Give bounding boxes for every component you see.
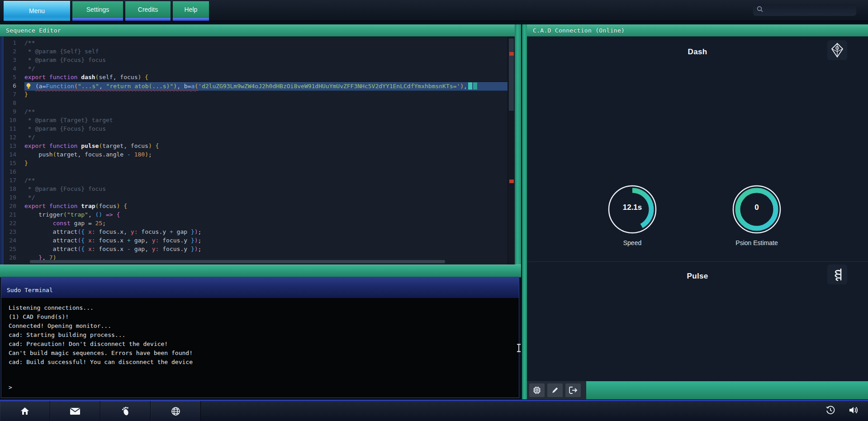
terminal-prompt[interactable]: > — [9, 383, 512, 392]
error-marker[interactable] — [509, 52, 514, 56]
sequence-editor-titlebar[interactable]: Sequence Editor — [0, 24, 521, 37]
code-line[interactable]: 24 attract({ x: focus.x + gap, y: focus.… — [4, 237, 508, 246]
code-line[interactable]: 11 * @param {Focus} focus — [4, 125, 508, 134]
terminal-titlebar[interactable]: Sudo Terminal — [1, 277, 519, 298]
terminal-line: Connected! Opening monitor... — [9, 322, 512, 331]
terminal-title: Sudo Terminal — [7, 287, 53, 293]
lightbulb-icon[interactable] — [25, 83, 33, 91]
code-line[interactable]: 7} — [4, 91, 508, 99]
code-line[interactable]: 25 attract({ x: focus.x - gap, y: focus.… — [4, 246, 508, 254]
terminal-line: cad: Precaution! Don't disconnect the de… — [9, 340, 512, 349]
home-icon[interactable] — [0, 401, 50, 421]
line-number: 15 — [4, 160, 24, 168]
psion-label: Psion Estimate — [730, 239, 784, 246]
window-sudo-terminal: Sudo Terminal Listening connections...(1… — [1, 277, 519, 398]
code-line[interactable]: 5export function dash(self, focus) { — [4, 74, 508, 82]
terminal-line: (1) CAD Found(s)! — [9, 312, 512, 322]
line-number: 7 — [4, 91, 24, 99]
code-line[interactable]: 20export function trap(focus) { — [4, 203, 508, 211]
speed-gauge: 12.1s Speed — [605, 182, 659, 246]
terminal-output[interactable]: Listening connections...(1) CAD Found(s)… — [1, 298, 519, 397]
code-line[interactable]: 17/** — [4, 177, 508, 185]
line-number: 10 — [4, 117, 24, 125]
game-screen: Menu Settings Credits Help Sequence Edit… — [0, 0, 868, 421]
mail-icon[interactable] — [50, 401, 100, 421]
tab-help-underline — [173, 18, 209, 21]
selection-block — [473, 82, 477, 90]
cad-titlebar[interactable]: C.A.D Connection (Online) — [527, 24, 868, 37]
taskbar-right — [825, 401, 868, 421]
cad-wireframe-graphics — [527, 37, 868, 399]
code-line[interactable]: 12 */ — [4, 134, 508, 142]
pulse-section-title: Pulse — [527, 272, 868, 281]
code-line[interactable]: 13export function pulse(target, focus) { — [4, 142, 508, 151]
line-number: 18 — [4, 185, 24, 194]
code-line[interactable]: 10 * @param {Target} target — [4, 117, 508, 125]
tab-settings[interactable]: Settings — [72, 1, 123, 18]
window-sequence-editor: Sequence Editor 1/**2 * @param {Self} se… — [0, 24, 521, 265]
code-line[interactable]: 15} — [4, 160, 508, 168]
line-number: 2 — [4, 48, 24, 57]
line-number: 21 — [4, 211, 24, 220]
code-line[interactable]: 19 */ — [4, 194, 508, 203]
tab-menu-label: Menu — [29, 7, 45, 14]
chip-icon[interactable] — [529, 383, 545, 397]
selection-block — [468, 82, 472, 90]
foot-icon[interactable] — [100, 401, 151, 421]
code-line[interactable]: 21 trigger("trap", () => { — [4, 211, 508, 220]
editor-vertical-scrollbar[interactable] — [508, 37, 515, 265]
tab-help[interactable]: Help — [173, 1, 209, 18]
code-line[interactable]: 18 * @param {Focus} focus — [4, 185, 508, 194]
editor-horizontal-scrollbar[interactable] — [30, 260, 445, 263]
dash-section-title: Dash — [527, 47, 868, 57]
pencil-icon[interactable] — [547, 383, 563, 397]
code-line[interactable]: 4 */ — [4, 65, 508, 74]
code-line[interactable]: 3 * @param {Focus} focus — [4, 57, 508, 65]
tab-settings-label: Settings — [86, 6, 109, 13]
code-line[interactable]: 2 * @param {Self} self — [4, 48, 508, 57]
line-number: 3 — [4, 57, 24, 65]
panel-divider-bar[interactable] — [0, 265, 521, 278]
code-line[interactable]: 14 push(target, focus.angle - 180); — [4, 151, 508, 160]
volume-icon[interactable] — [848, 406, 859, 416]
editor-left-strip — [0, 37, 4, 265]
history-icon[interactable] — [825, 405, 835, 417]
scrollbar-thumb[interactable] — [509, 38, 514, 111]
line-number: 24 — [4, 237, 24, 246]
tab-credits-label: Credits — [138, 6, 158, 13]
line-number: 13 — [4, 142, 24, 151]
kite-icon[interactable] — [827, 40, 847, 60]
code-lines: 1/**2 * @param {Self} self3 * @param {Fo… — [4, 37, 508, 265]
search-icon — [757, 6, 763, 14]
code-editor[interactable]: 1/**2 * @param {Self} self3 * @param {Fo… — [0, 37, 521, 265]
search-box[interactable] — [753, 4, 856, 16]
line-number: 16 — [4, 168, 24, 177]
claw-icon[interactable] — [827, 265, 847, 284]
cad-toolbar-fill — [586, 381, 868, 399]
sign-out-icon[interactable] — [565, 383, 581, 397]
code-line[interactable]: 22 const gap = 25; — [4, 220, 508, 228]
code-line[interactable]: 6(a=Function("...s", "return atob(...s)"… — [4, 82, 508, 91]
globe-icon[interactable] — [151, 401, 201, 421]
cad-title: C.A.D Connection (Online) — [533, 27, 625, 34]
error-marker[interactable] — [509, 180, 514, 183]
code-line[interactable]: 8 — [4, 99, 508, 108]
line-number: 4 — [4, 65, 24, 74]
line-number: 22 — [4, 220, 24, 228]
code-line[interactable]: 9/** — [4, 108, 508, 117]
tab-menu[interactable]: Menu — [4, 1, 70, 21]
line-number: 6 — [4, 82, 24, 91]
ibeam-cursor — [516, 344, 522, 354]
sequence-editor-title: Sequence Editor — [6, 27, 61, 34]
code-line[interactable]: 16 — [4, 168, 508, 177]
code-line[interactable]: 23 attract({ x: focus.x, y: focus.y + ga… — [4, 228, 508, 237]
taskbar — [0, 400, 868, 421]
line-number: 25 — [4, 246, 24, 254]
line-number: 8 — [4, 99, 24, 108]
search-input[interactable] — [766, 7, 853, 14]
code-line[interactable]: 1/** — [4, 39, 508, 48]
terminal-line: cad: Build successful! You can disconnec… — [9, 358, 512, 367]
tab-credits[interactable]: Credits — [125, 1, 171, 18]
terminal-line: Listening connections... — [9, 303, 512, 312]
line-number: 1 — [4, 39, 24, 48]
